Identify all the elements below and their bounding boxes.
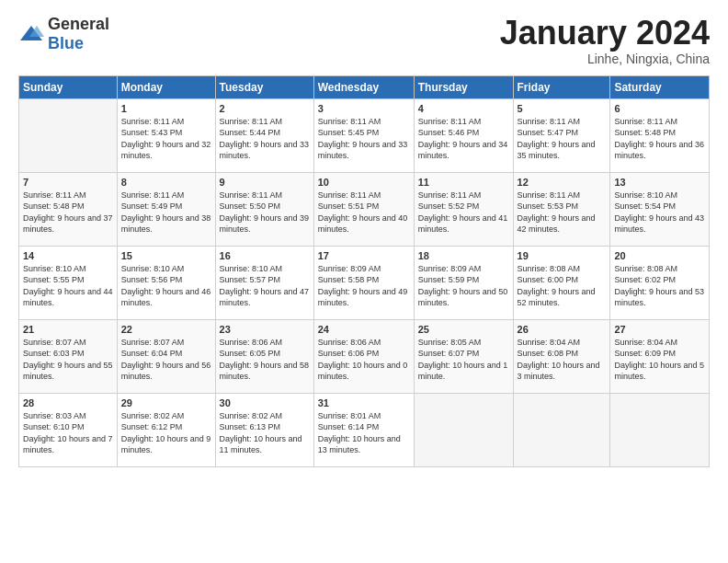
day-number: 24	[318, 324, 410, 335]
day-info: Sunrise: 8:09 AMSunset: 5:58 PMDaylight:…	[318, 263, 410, 309]
day-number: 11	[418, 177, 509, 188]
day-info: Sunrise: 8:11 AMSunset: 5:44 PMDaylight:…	[220, 116, 310, 162]
day-info: Sunrise: 8:02 AMSunset: 6:12 PMDaylight:…	[121, 410, 211, 456]
day-number: 1	[121, 103, 211, 114]
day-info: Sunrise: 8:01 AMSunset: 6:14 PMDaylight:…	[318, 410, 410, 456]
table-row: 26Sunrise: 8:04 AMSunset: 6:08 PMDayligh…	[513, 319, 610, 393]
table-row: 21Sunrise: 8:07 AMSunset: 6:03 PMDayligh…	[19, 319, 118, 393]
day-number: 8	[121, 177, 211, 188]
table-row: 10Sunrise: 8:11 AMSunset: 5:51 PMDayligh…	[313, 172, 414, 246]
table-row: 27Sunrise: 8:04 AMSunset: 6:09 PMDayligh…	[610, 319, 710, 393]
day-number: 4	[418, 103, 509, 114]
day-info: Sunrise: 8:11 AMSunset: 5:53 PMDaylight:…	[518, 190, 607, 236]
calendar-week-row: 21Sunrise: 8:07 AMSunset: 6:03 PMDayligh…	[19, 319, 710, 393]
table-row	[414, 393, 513, 466]
day-number: 7	[23, 177, 113, 188]
day-info: Sunrise: 8:03 AMSunset: 6:10 PMDaylight:…	[23, 410, 113, 456]
day-number: 19	[518, 250, 607, 261]
calendar-table: Sunday Monday Tuesday Wednesday Thursday…	[18, 75, 710, 467]
table-row: 1Sunrise: 8:11 AMSunset: 5:43 PMDaylight…	[117, 98, 215, 172]
col-sunday: Sunday	[19, 75, 118, 98]
calendar-week-row: 1Sunrise: 8:11 AMSunset: 5:43 PMDaylight…	[19, 98, 710, 172]
day-info: Sunrise: 8:09 AMSunset: 5:59 PMDaylight:…	[418, 263, 509, 309]
table-row	[19, 98, 118, 172]
day-info: Sunrise: 8:07 AMSunset: 6:04 PMDaylight:…	[121, 337, 211, 383]
day-info: Sunrise: 8:07 AMSunset: 6:03 PMDaylight:…	[23, 337, 113, 383]
day-info: Sunrise: 8:10 AMSunset: 5:56 PMDaylight:…	[121, 263, 211, 309]
day-info: Sunrise: 8:11 AMSunset: 5:46 PMDaylight:…	[418, 116, 509, 162]
day-info: Sunrise: 8:11 AMSunset: 5:50 PMDaylight:…	[220, 190, 310, 236]
logo-icon	[18, 24, 44, 44]
day-number: 6	[614, 103, 705, 114]
day-info: Sunrise: 8:08 AMSunset: 6:02 PMDaylight:…	[614, 263, 705, 309]
day-number: 25	[418, 324, 509, 335]
table-row: 7Sunrise: 8:11 AMSunset: 5:48 PMDaylight…	[19, 172, 118, 246]
table-row: 20Sunrise: 8:08 AMSunset: 6:02 PMDayligh…	[610, 246, 710, 319]
day-number: 14	[23, 250, 113, 261]
table-row: 25Sunrise: 8:05 AMSunset: 6:07 PMDayligh…	[414, 319, 513, 393]
header-row: Sunday Monday Tuesday Wednesday Thursday…	[19, 75, 710, 98]
header: General Blue January 2024 Linhe, Ningxia…	[18, 15, 710, 66]
day-number: 2	[220, 103, 310, 114]
day-number: 23	[220, 324, 310, 335]
table-row: 4Sunrise: 8:11 AMSunset: 5:46 PMDaylight…	[414, 98, 513, 172]
logo-text: General Blue	[48, 15, 109, 53]
table-row: 19Sunrise: 8:08 AMSunset: 6:00 PMDayligh…	[513, 246, 610, 319]
day-info: Sunrise: 8:05 AMSunset: 6:07 PMDaylight:…	[418, 337, 509, 383]
table-row: 8Sunrise: 8:11 AMSunset: 5:49 PMDaylight…	[117, 172, 215, 246]
table-row: 9Sunrise: 8:11 AMSunset: 5:50 PMDaylight…	[215, 172, 313, 246]
day-number: 5	[518, 103, 607, 114]
day-number: 18	[418, 250, 509, 261]
day-info: Sunrise: 8:11 AMSunset: 5:43 PMDaylight:…	[121, 116, 211, 162]
table-row: 15Sunrise: 8:10 AMSunset: 5:56 PMDayligh…	[117, 246, 215, 319]
day-number: 29	[121, 397, 211, 408]
table-row: 29Sunrise: 8:02 AMSunset: 6:12 PMDayligh…	[117, 393, 215, 466]
day-info: Sunrise: 8:04 AMSunset: 6:08 PMDaylight:…	[518, 337, 607, 383]
col-saturday: Saturday	[610, 75, 710, 98]
day-number: 15	[121, 250, 211, 261]
table-row: 16Sunrise: 8:10 AMSunset: 5:57 PMDayligh…	[215, 246, 313, 319]
day-number: 16	[220, 250, 310, 261]
day-info: Sunrise: 8:10 AMSunset: 5:55 PMDaylight:…	[23, 263, 113, 309]
table-row: 24Sunrise: 8:06 AMSunset: 6:06 PMDayligh…	[313, 319, 414, 393]
table-row	[610, 393, 710, 466]
logo-blue: Blue	[48, 34, 84, 52]
day-info: Sunrise: 8:06 AMSunset: 6:06 PMDaylight:…	[318, 337, 410, 383]
col-friday: Friday	[513, 75, 610, 98]
day-info: Sunrise: 8:11 AMSunset: 5:48 PMDaylight:…	[614, 116, 705, 162]
logo: General Blue	[18, 15, 109, 53]
day-info: Sunrise: 8:11 AMSunset: 5:48 PMDaylight:…	[23, 190, 113, 236]
day-number: 27	[614, 324, 705, 335]
table-row: 28Sunrise: 8:03 AMSunset: 6:10 PMDayligh…	[19, 393, 118, 466]
table-row: 3Sunrise: 8:11 AMSunset: 5:45 PMDaylight…	[313, 98, 414, 172]
day-number: 21	[23, 324, 113, 335]
logo-general: General	[48, 15, 109, 33]
day-number: 12	[518, 177, 607, 188]
table-row: 30Sunrise: 8:02 AMSunset: 6:13 PMDayligh…	[215, 393, 313, 466]
day-info: Sunrise: 8:10 AMSunset: 5:57 PMDaylight:…	[220, 263, 310, 309]
table-row: 31Sunrise: 8:01 AMSunset: 6:14 PMDayligh…	[313, 393, 414, 466]
day-number: 13	[614, 177, 705, 188]
table-row: 18Sunrise: 8:09 AMSunset: 5:59 PMDayligh…	[414, 246, 513, 319]
calendar-week-row: 28Sunrise: 8:03 AMSunset: 6:10 PMDayligh…	[19, 393, 710, 466]
col-thursday: Thursday	[414, 75, 513, 98]
table-row: 11Sunrise: 8:11 AMSunset: 5:52 PMDayligh…	[414, 172, 513, 246]
table-row	[513, 393, 610, 466]
location: Linhe, Ningxia, China	[500, 52, 710, 66]
day-number: 17	[318, 250, 410, 261]
table-row: 17Sunrise: 8:09 AMSunset: 5:58 PMDayligh…	[313, 246, 414, 319]
day-info: Sunrise: 8:10 AMSunset: 5:54 PMDaylight:…	[614, 190, 705, 236]
day-info: Sunrise: 8:11 AMSunset: 5:49 PMDaylight:…	[121, 190, 211, 236]
page-container: General Blue January 2024 Linhe, Ningxia…	[0, 0, 728, 477]
day-number: 26	[518, 324, 607, 335]
day-info: Sunrise: 8:11 AMSunset: 5:52 PMDaylight:…	[418, 190, 509, 236]
day-number: 20	[614, 250, 705, 261]
calendar-week-row: 7Sunrise: 8:11 AMSunset: 5:48 PMDaylight…	[19, 172, 710, 246]
table-row: 5Sunrise: 8:11 AMSunset: 5:47 PMDaylight…	[513, 98, 610, 172]
day-number: 31	[318, 397, 410, 408]
day-info: Sunrise: 8:11 AMSunset: 5:51 PMDaylight:…	[318, 190, 410, 236]
day-info: Sunrise: 8:11 AMSunset: 5:47 PMDaylight:…	[518, 116, 607, 162]
day-info: Sunrise: 8:02 AMSunset: 6:13 PMDaylight:…	[220, 410, 310, 456]
table-row: 12Sunrise: 8:11 AMSunset: 5:53 PMDayligh…	[513, 172, 610, 246]
day-number: 3	[318, 103, 410, 114]
